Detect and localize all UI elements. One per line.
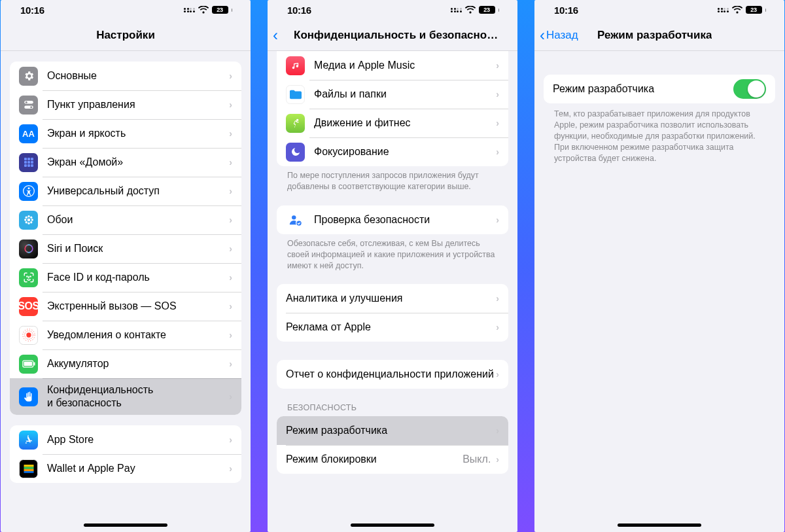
section-header: Безопасность	[277, 389, 508, 416]
cellular-icon	[184, 8, 195, 12]
row-label: Экран «Домой»	[47, 151, 229, 174]
privacy-row-fitness[interactable]: Движение и фитнес ›	[277, 109, 508, 137]
privacy-row-files[interactable]: Файлы и папки ›	[277, 80, 508, 109]
chevron-right-icon: ›	[496, 60, 499, 71]
developer-content[interactable]: Режим разработчика Тем, кто разрабатывае…	[534, 51, 784, 532]
privacy-group-analytics: Аналитика и улучшения › Реклама от Apple…	[277, 284, 508, 342]
chevron-right-icon: ›	[229, 463, 232, 474]
chevron-right-icon: ›	[496, 454, 499, 465]
wifi-icon	[465, 6, 476, 14]
row-label: Обои	[47, 208, 229, 232]
chevron-right-icon: ›	[229, 157, 232, 168]
svg-rect-8	[27, 161, 30, 164]
settings-row-siri[interactable]: Siri и Поиск ›	[10, 234, 241, 263]
developer-mode-toggle[interactable]	[733, 79, 766, 99]
wifi-icon	[732, 6, 742, 14]
svg-rect-7	[24, 161, 27, 164]
settings-row-control-center[interactable]: Пункт управления ›	[10, 90, 241, 119]
battery-icon	[19, 355, 38, 374]
privacy-row-media[interactable]: Медиа и Apple Music ›	[277, 51, 508, 80]
settings-row-wallet[interactable]: Wallet и Apple Pay ›	[10, 454, 241, 483]
settings-row-general[interactable]: Основные ›	[10, 62, 241, 90]
screen-settings: 10:16 23 Настройки Основные › Пункт упра…	[1, 0, 251, 532]
nav-bar: Настройки	[1, 20, 251, 51]
nav-bar: ‹ Конфиденциальность и безопасно…	[268, 20, 517, 51]
settings-row-battery[interactable]: Аккумулятор ›	[10, 349, 241, 378]
developer-mode-row[interactable]: Режим разработчика	[544, 75, 775, 103]
settings-row-appstore[interactable]: App Store ›	[10, 425, 241, 454]
page-title: Настройки	[96, 29, 155, 42]
row-label: Реклама от Apple	[286, 315, 496, 339]
home-indicator[interactable]	[351, 523, 434, 527]
row-label: Основные	[47, 64, 229, 88]
privacy-content[interactable]: Медиа и Apple Music › Файлы и папки › Дв…	[268, 51, 517, 532]
privacy-row-analytics[interactable]: Аналитика и улучшения ›	[277, 284, 508, 313]
hand-icon	[19, 387, 38, 406]
settings-row-privacy[interactable]: Конфиденциальность и безопасность ›	[10, 378, 241, 415]
row-label: Отчет о конфиденциальности приложений	[286, 363, 496, 386]
row-label: App Store	[47, 428, 229, 452]
chevron-left-icon: ‹	[540, 27, 545, 43]
developer-description: Тем, кто разрабатывает приложения для пр…	[544, 103, 775, 164]
settings-row-display[interactable]: AA Экран и яркость ›	[10, 119, 241, 148]
svg-rect-35	[24, 469, 33, 471]
status-icons: 23	[451, 6, 499, 14]
screen-privacy: 10:16 23 ‹ Конфиденциальность и безопасн…	[268, 0, 517, 532]
row-label: Фокусирование	[314, 140, 496, 164]
privacy-row-safety-check[interactable]: Проверка безопасности ›	[277, 205, 508, 234]
row-label: Медиа и Apple Music	[314, 54, 496, 77]
svg-rect-11	[27, 164, 30, 167]
row-label: Движение и фитнес	[314, 111, 496, 135]
svg-rect-4	[24, 158, 27, 160]
svg-point-3	[30, 106, 32, 108]
chevron-right-icon: ›	[229, 186, 232, 196]
privacy-row-lockdown[interactable]: Режим блокировки Выкл. ›	[277, 445, 508, 474]
music-icon	[286, 56, 305, 75]
siri-icon	[19, 239, 38, 258]
home-indicator[interactable]	[618, 523, 701, 527]
svg-point-27	[26, 332, 31, 337]
svg-point-18	[24, 219, 26, 221]
row-label: Конфиденциальность и безопасность	[47, 378, 229, 415]
privacy-row-report[interactable]: Отчет о конфиденциальности приложений ›	[277, 360, 508, 389]
settings-group-store: App Store › Wallet и Apple Pay ›	[10, 425, 241, 483]
settings-content[interactable]: Основные › Пункт управления › AA Экран и…	[1, 51, 251, 532]
back-button[interactable]: ‹	[273, 27, 279, 43]
row-label: Экран и яркость	[47, 122, 229, 145]
group-footer: Обезопасьте себя, отслеживая, с кем Вы д…	[277, 234, 508, 272]
row-label: Face ID и код‑пароль	[47, 266, 229, 289]
row-label: Файлы и папки	[314, 82, 496, 106]
chevron-right-icon: ›	[229, 71, 232, 81]
row-label: Проверка безопасности	[314, 208, 496, 232]
row-label: Аккумулятор	[47, 352, 229, 376]
settings-row-accessibility[interactable]: Универсальный доступ ›	[10, 177, 241, 205]
privacy-row-ads[interactable]: Реклама от Apple ›	[277, 313, 508, 342]
settings-row-sos[interactable]: SOS Экстренный вызов — SOS ›	[10, 292, 241, 321]
privacy-row-developer-mode[interactable]: Режим разработчика ›	[277, 416, 508, 445]
back-label: Назад	[546, 29, 578, 42]
text-size-icon: AA	[19, 124, 38, 143]
privacy-row-focus[interactable]: Фокусирование ›	[277, 137, 508, 166]
status-bar: 10:16 23	[1, 0, 251, 20]
chevron-right-icon: ›	[229, 272, 232, 283]
svg-point-38	[292, 215, 296, 219]
chevron-right-icon: ›	[496, 369, 499, 380]
chevron-right-icon: ›	[229, 243, 232, 254]
row-value: Выкл.	[462, 453, 491, 465]
back-button[interactable]: ‹Назад	[540, 27, 578, 43]
svg-point-24	[25, 245, 33, 253]
settings-row-wallpaper[interactable]: Обои ›	[10, 205, 241, 234]
status-bar: 10:16 23	[268, 0, 517, 20]
settings-row-faceid[interactable]: Face ID и код‑пароль ›	[10, 263, 241, 292]
svg-rect-31	[24, 362, 32, 366]
svg-point-21	[30, 217, 32, 219]
row-label: Экстренный вызов — SOS	[47, 294, 229, 318]
settings-row-home-screen[interactable]: Экран «Домой» ›	[10, 148, 241, 177]
settings-row-exposure[interactable]: Уведомления о контакте ›	[10, 321, 241, 349]
status-bar: 10:16 23	[534, 0, 784, 20]
chevron-right-icon: ›	[229, 128, 232, 139]
group-footer: По мере поступления запросов приложения …	[277, 166, 508, 192]
svg-point-2	[25, 101, 27, 103]
svg-point-16	[27, 215, 29, 217]
home-indicator[interactable]	[84, 523, 167, 527]
